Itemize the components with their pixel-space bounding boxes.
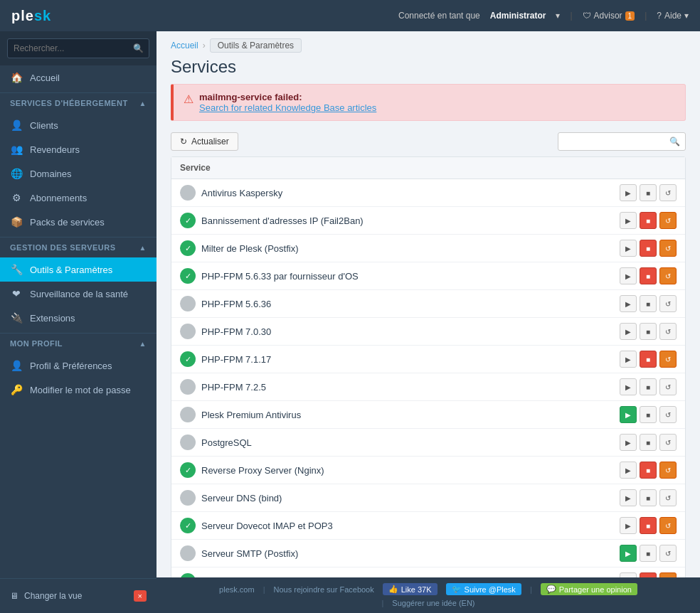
service-play-button[interactable]: ▶ bbox=[620, 406, 637, 423]
sidebar-label-profil: Profil & Préférences bbox=[30, 361, 112, 371]
alert-link[interactable]: Search for related Knowledge Base articl… bbox=[199, 102, 376, 113]
service-stop-button[interactable]: ■ bbox=[640, 323, 657, 340]
service-stop-button[interactable]: ■ bbox=[640, 240, 657, 257]
sidebar-search-input[interactable] bbox=[7, 38, 149, 58]
service-stop-button[interactable]: ■ bbox=[640, 545, 657, 562]
service-play-button[interactable]: ▶ bbox=[620, 517, 637, 534]
sidebar-item-revendeurs[interactable]: 👥 Revendeurs bbox=[0, 137, 157, 161]
service-actions: ▶■↺ bbox=[620, 378, 677, 395]
service-row: ✓Serveur Web (Apache)▶■↺ bbox=[171, 567, 685, 577]
service-restart-button[interactable]: ↺ bbox=[659, 212, 677, 229]
service-restart-button[interactable]: ↺ bbox=[659, 406, 677, 423]
refresh-button[interactable]: ↻ Actualiser bbox=[171, 132, 238, 151]
sidebar-item-motdepasse[interactable]: 🔑 Modifier le mot de passe bbox=[0, 378, 157, 402]
sidebar-item-profil[interactable]: 👤 Profil & Préférences bbox=[0, 353, 157, 378]
close-view-button[interactable]: × bbox=[134, 590, 147, 602]
service-restart-button[interactable]: ↺ bbox=[659, 323, 677, 340]
service-row: PostgreSQL▶■↺ bbox=[171, 429, 685, 457]
service-play-button[interactable]: ▶ bbox=[620, 240, 637, 257]
main-layout: 🔍 🏠 Accueil Services d'hébergement ▲ 👤 C… bbox=[0, 31, 700, 613]
service-status-indicator bbox=[180, 545, 196, 561]
service-play-button[interactable]: ▶ bbox=[620, 184, 637, 201]
service-status-indicator: ✓ bbox=[180, 462, 196, 478]
service-restart-button[interactable]: ↺ bbox=[659, 184, 677, 201]
service-restart-button[interactable]: ↺ bbox=[659, 434, 677, 451]
service-restart-button[interactable]: ↺ bbox=[659, 295, 677, 312]
alert-banner: ⚠ mailmng-service failed: Search for rel… bbox=[171, 84, 686, 121]
service-stop-button[interactable]: ■ bbox=[640, 434, 657, 451]
service-play-button[interactable]: ▶ bbox=[620, 351, 637, 368]
sidebar-item-accueil[interactable]: 🏠 Accueil bbox=[0, 65, 157, 90]
advisor-button[interactable]: 🛡 Advisor 1 bbox=[583, 11, 635, 21]
service-play-button[interactable]: ▶ bbox=[620, 378, 637, 395]
sidebar-section-serveurs[interactable]: Gestion des serveurs ▲ bbox=[0, 237, 157, 257]
sidebar-section-hebergement[interactable]: Services d'hébergement ▲ bbox=[0, 92, 157, 113]
sidebar-item-sante[interactable]: ❤ Surveillance de la santé bbox=[0, 282, 157, 306]
admin-chevron[interactable]: ▾ bbox=[556, 11, 560, 21]
service-play-button[interactable]: ▶ bbox=[620, 489, 637, 506]
service-restart-button[interactable]: ↺ bbox=[659, 572, 677, 577]
service-stop-button[interactable]: ■ bbox=[640, 267, 657, 284]
service-stop-button[interactable]: ■ bbox=[640, 295, 657, 312]
follow-button[interactable]: 🐦 Suivre @Plesk bbox=[446, 583, 521, 595]
service-stop-button[interactable]: ■ bbox=[640, 517, 657, 534]
sidebar-item-clients[interactable]: 👤 Clients bbox=[0, 113, 157, 137]
footer-facebook-link[interactable]: Nous rejoindre sur Facebook bbox=[274, 585, 374, 594]
service-stop-button[interactable]: ■ bbox=[640, 489, 657, 506]
service-play-button[interactable]: ▶ bbox=[620, 462, 637, 479]
service-stop-button[interactable]: ■ bbox=[640, 406, 657, 423]
like-button[interactable]: 👍 Like 37K bbox=[383, 583, 438, 595]
service-stop-button[interactable]: ■ bbox=[640, 572, 657, 577]
service-play-button[interactable]: ▶ bbox=[620, 295, 637, 312]
service-stop-button[interactable]: ■ bbox=[640, 462, 657, 479]
service-stop-button[interactable]: ■ bbox=[640, 378, 657, 395]
breadcrumb-home[interactable]: Accueil bbox=[171, 41, 198, 50]
share-button[interactable]: 💬 Partager une opinion bbox=[541, 583, 637, 595]
sidebar-item-packs[interactable]: 📦 Packs de services bbox=[0, 210, 157, 234]
service-name: Serveur Dovecot IMAP et POP3 bbox=[201, 521, 620, 531]
service-stop-button[interactable]: ■ bbox=[640, 184, 657, 201]
service-name: PHP-FPM 7.2.5 bbox=[201, 382, 620, 393]
aide-button[interactable]: ? Aide ▾ bbox=[657, 11, 689, 21]
service-play-button[interactable]: ▶ bbox=[620, 212, 637, 229]
service-play-button[interactable]: ▶ bbox=[620, 434, 637, 451]
toolbar-search-input[interactable] bbox=[558, 132, 686, 151]
follow-label: Suivre @Plesk bbox=[465, 585, 516, 594]
service-stop-button[interactable]: ■ bbox=[640, 212, 657, 229]
service-play-button[interactable]: ▶ bbox=[620, 323, 637, 340]
service-play-button[interactable]: ▶ bbox=[620, 267, 637, 284]
service-actions: ▶■↺ bbox=[620, 406, 677, 423]
breadcrumb-separator: › bbox=[203, 41, 206, 50]
service-restart-button[interactable]: ↺ bbox=[659, 517, 677, 534]
service-row: Antivirus Kaspersky▶■↺ bbox=[171, 179, 685, 207]
service-restart-button[interactable]: ↺ bbox=[659, 545, 677, 562]
suggest-link[interactable]: Suggérer une idée (EN) bbox=[392, 599, 474, 607]
service-actions: ▶■↺ bbox=[620, 212, 677, 229]
service-restart-button[interactable]: ↺ bbox=[659, 462, 677, 479]
sidebar-label-clients: Clients bbox=[30, 120, 58, 131]
sidebar-item-outils[interactable]: 🔧 Outils & Paramètres bbox=[0, 257, 157, 282]
domaines-icon: 🌐 bbox=[10, 168, 23, 179]
toolbar-search-container: 🔍 bbox=[558, 132, 686, 151]
service-restart-button[interactable]: ↺ bbox=[659, 240, 677, 257]
service-play-button[interactable]: ▶ bbox=[620, 545, 637, 562]
service-actions: ▶■↺ bbox=[620, 517, 677, 534]
services-column-header: Service bbox=[180, 163, 211, 173]
service-actions: ▶■↺ bbox=[620, 462, 677, 479]
sidebar-item-extensions[interactable]: 🔌 Extensions bbox=[0, 306, 157, 330]
sidebar-change-view[interactable]: 🖥 Changer la vue × bbox=[0, 585, 157, 607]
service-name: Bannissement d'adresses IP (Fail2Ban) bbox=[201, 215, 620, 226]
service-restart-button[interactable]: ↺ bbox=[659, 489, 677, 506]
service-status-indicator bbox=[180, 185, 196, 201]
sidebar-section-profil[interactable]: Mon profil ▲ bbox=[0, 333, 157, 353]
service-restart-button[interactable]: ↺ bbox=[659, 267, 677, 284]
alert-title: mailmng-service failed: bbox=[199, 92, 302, 102]
service-row: PHP-FPM 7.2.5▶■↺ bbox=[171, 373, 685, 401]
service-play-button[interactable]: ▶ bbox=[620, 572, 637, 577]
service-stop-button[interactable]: ■ bbox=[640, 351, 657, 368]
service-restart-button[interactable]: ↺ bbox=[659, 351, 677, 368]
sidebar-item-abonnements[interactable]: ⚙ Abonnements bbox=[0, 186, 157, 210]
sidebar-item-domaines[interactable]: 🌐 Domaines bbox=[0, 161, 157, 186]
footer-pleskcom-link[interactable]: plesk.com bbox=[219, 585, 255, 594]
service-restart-button[interactable]: ↺ bbox=[659, 378, 677, 395]
